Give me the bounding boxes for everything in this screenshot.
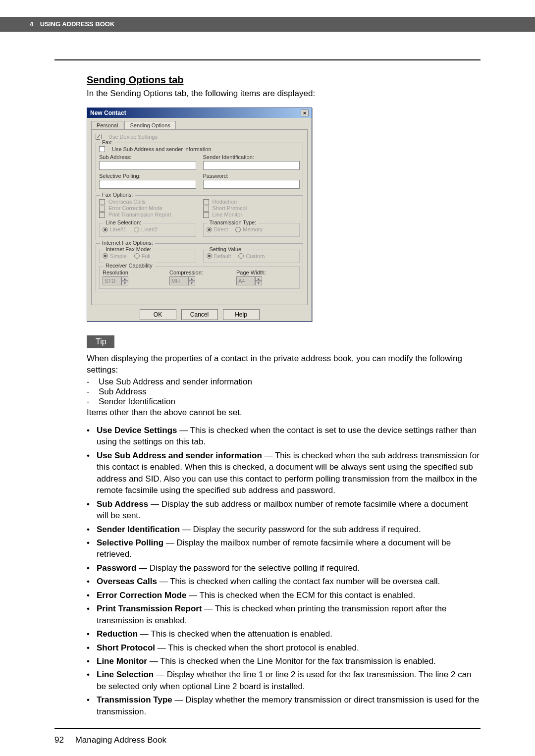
tip-badge: Tip [87, 335, 114, 348]
def-term: Use Sub Address and sender information [97, 451, 262, 460]
sub-address-input[interactable] [99, 161, 196, 170]
def-desc: — Display the security password for the … [180, 525, 421, 534]
tab-row: Personal Sending Options [87, 118, 312, 129]
definitions-list: •Use Device Settings — This is checked w… [87, 425, 481, 717]
polling-password-label: Password: [203, 173, 300, 179]
tip-after: Items other than the above cannot be set… [87, 408, 481, 418]
def-term: Use Device Settings [97, 426, 177, 435]
def-term: Print Transmission Report [97, 604, 202, 613]
def-term: Password [97, 563, 136, 573]
tip-list: -Use Sub Address and sender information … [87, 377, 481, 407]
def-desc: — This is checked when the ECM for this … [186, 591, 415, 600]
fax-options-group: Fax Options: Overseas Calls Reduction Er… [96, 195, 303, 240]
short-protocol-checkbox[interactable] [203, 206, 209, 212]
dialog-title: New Contact [90, 108, 126, 118]
footer-title: Managing Address Book [75, 735, 166, 745]
ifax-legend: Internet Fax Options: [100, 240, 155, 246]
overseas-label: Overseas Calls [108, 199, 146, 205]
chapter-header: 4 USING ADDRESS BOOK [0, 17, 535, 32]
def-term: Line Monitor [97, 656, 147, 666]
dialog-titlebar: New Contact × [87, 108, 312, 118]
def-term: Transmission Type [97, 695, 172, 704]
overseas-checkbox[interactable] [99, 199, 105, 205]
resolution-label: Resolution [103, 270, 162, 275]
footer-page-number: 92 [54, 735, 64, 745]
transmission-type-legend: Transmission Type: [208, 219, 259, 225]
line1-radio[interactable]: Line#1 [103, 226, 126, 232]
def-desc: — This is checked when calling the conta… [157, 577, 440, 586]
page-width-label: Page Width: [236, 270, 296, 275]
def-desc: — This is checked when the Line Monitor … [147, 656, 436, 666]
line-monitor-label: Line Monitor [213, 212, 243, 217]
direct-radio[interactable]: Direct [207, 226, 228, 232]
compression-spinner[interactable]: MH▲▼ [169, 276, 195, 285]
ifax-full-radio[interactable]: Full [134, 253, 151, 259]
section-title: Sending Options tab [87, 74, 481, 86]
ok-button[interactable]: OK [140, 309, 176, 320]
short-protocol-label: Short Protocol [213, 205, 247, 211]
use-device-settings-label: Use Device Settings [108, 134, 158, 140]
close-icon[interactable]: × [301, 109, 309, 116]
use-sub-address-label: Use Sub Address and sender information [112, 146, 212, 152]
help-button[interactable]: Help [223, 309, 260, 320]
compression-label: Compression: [169, 270, 229, 275]
ecm-label: Error Correction Mode [108, 205, 162, 211]
def-desc: — This is checked when the short protoco… [155, 643, 359, 652]
chapter-number: 4 [30, 20, 33, 28]
ifax-setting-legend: Setting Value: [208, 246, 245, 252]
def-term: Line Selection [97, 670, 154, 679]
fax-group: Fax: Use Sub Address and sender informat… [96, 143, 303, 192]
chapter-title: USING ADDRESS BOOK [40, 20, 114, 28]
fax-legend: Fax: [100, 139, 114, 145]
def-term: Reduction [97, 629, 138, 639]
ecm-checkbox[interactable] [99, 206, 105, 212]
ifax-mode-legend: Internet Fax Mode: [104, 246, 153, 252]
page: 4 USING ADDRESS BOOK Sending Options tab… [0, 0, 535, 756]
line2-radio[interactable]: Line#2 [134, 226, 158, 232]
def-desc: — Display the password for the selective… [136, 563, 360, 573]
dialog-button-row: OK Cancel Help [87, 309, 312, 320]
tip-item: Sub Address [99, 387, 146, 397]
sender-id-input[interactable] [203, 161, 300, 170]
footer: 92 Managing Address Book [54, 735, 166, 745]
def-term: Overseas Calls [97, 577, 157, 586]
tab-personal[interactable]: Personal [91, 121, 123, 129]
tab-sending-options[interactable]: Sending Options [124, 121, 175, 129]
section-intro: In the Sending Options tab, the followin… [87, 89, 481, 99]
tip-lead: When displaying the properties of a cont… [87, 353, 481, 376]
sender-id-label: Sender Identification: [203, 154, 300, 160]
ifax-custom-radio[interactable]: Custom [238, 253, 265, 259]
def-desc: — This is checked when the attenuation i… [138, 629, 332, 639]
selective-polling-input[interactable] [99, 180, 196, 189]
top-rule [54, 59, 481, 60]
contact-dialog: New Contact × Personal Sending Options U… [87, 108, 312, 322]
def-term: Error Correction Mode [97, 591, 186, 600]
line-selection-legend: Line Selection: [104, 219, 143, 225]
page-width-spinner[interactable]: A4▲▼ [236, 276, 262, 285]
def-term: Sender Identification [97, 525, 180, 534]
reduction-checkbox[interactable] [203, 199, 209, 205]
tip-item: Use Sub Address and sender information [99, 377, 252, 387]
sub-address-label: Sub Address: [99, 154, 196, 160]
fax-options-legend: Fax Options: [100, 192, 135, 198]
content-area: Sending Options tab In the Sending Optio… [87, 74, 481, 719]
print-report-checkbox[interactable] [99, 212, 105, 218]
def-desc: — Display the sub address or mailbox num… [97, 499, 468, 520]
line-monitor-checkbox[interactable] [203, 212, 209, 218]
ifax-simple-radio[interactable]: Simple [103, 253, 127, 259]
polling-password-input[interactable] [203, 180, 300, 189]
use-sub-address-checkbox[interactable] [99, 146, 105, 152]
def-term: Short Protocol [97, 643, 155, 652]
resolution-spinner[interactable]: STD▲▼ [103, 276, 128, 285]
reduction-label: Reduction [213, 199, 237, 205]
ifax-default-radio[interactable]: Default [207, 253, 231, 259]
memory-radio[interactable]: Memory [235, 226, 263, 232]
receiver-capability-legend: Receiver Capability [104, 263, 155, 269]
dialog-panel: Use Device Settings Fax: Use Sub Address… [91, 129, 308, 305]
footer-rule [54, 728, 481, 729]
cancel-button[interactable]: Cancel [181, 309, 218, 320]
selective-polling-label: Selective Polling: [99, 173, 196, 179]
def-term: Sub Address [97, 499, 148, 509]
def-term: Selective Polling [97, 538, 163, 547]
ifax-options-group: Internet Fax Options: Internet Fax Mode:… [96, 243, 303, 293]
